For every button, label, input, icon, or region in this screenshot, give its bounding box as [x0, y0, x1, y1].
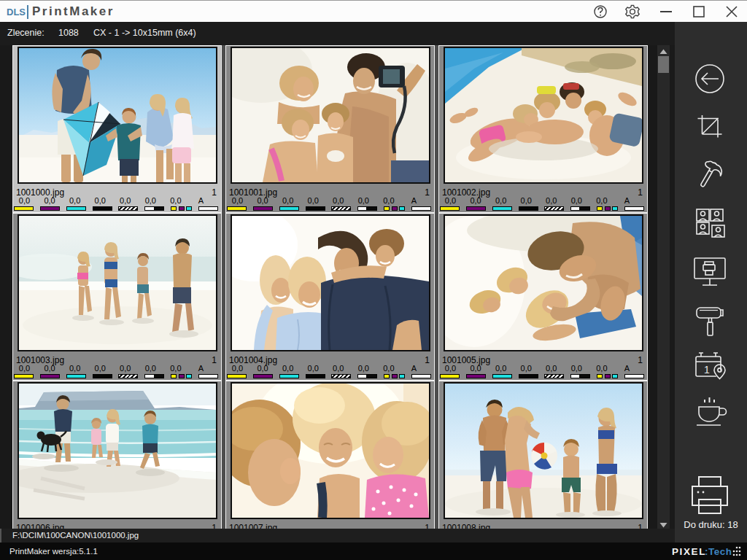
svg-text:1: 1: [704, 364, 710, 376]
svg-text::Tech: :Tech: [705, 546, 732, 557]
svg-text:PIXEL: PIXEL: [672, 546, 706, 557]
